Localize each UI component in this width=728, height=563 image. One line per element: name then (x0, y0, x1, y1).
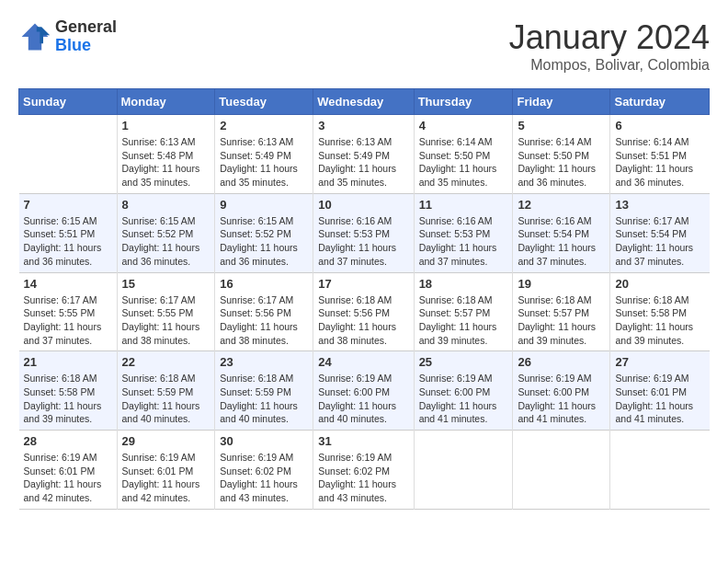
calendar-cell: 4Sunrise: 6:14 AMSunset: 5:50 PMDaylight… (414, 115, 513, 194)
calendar-week-row: 28Sunrise: 6:19 AMSunset: 6:01 PMDayligh… (19, 431, 710, 510)
day-info: Sunrise: 6:16 AMSunset: 5:53 PMDaylight:… (318, 214, 408, 269)
day-info: Sunrise: 6:15 AMSunset: 5:52 PMDaylight:… (122, 214, 210, 269)
calendar-cell: 11Sunrise: 6:16 AMSunset: 5:53 PMDayligh… (414, 193, 513, 272)
calendar-week-row: 21Sunrise: 6:18 AMSunset: 5:58 PMDayligh… (19, 351, 710, 431)
logo-text: General Blue (55, 18, 117, 55)
day-number: 2 (220, 119, 308, 132)
day-info: Sunrise: 6:18 AMSunset: 5:59 PMDaylight:… (220, 372, 308, 426)
svg-marker-0 (22, 23, 49, 50)
weekday-header: Wednesday (313, 89, 414, 115)
day-info: Sunrise: 6:13 AMSunset: 5:48 PMDaylight:… (122, 135, 210, 190)
day-number: 17 (318, 277, 408, 291)
day-info: Sunrise: 6:16 AMSunset: 5:54 PMDaylight:… (518, 214, 605, 269)
day-number: 16 (220, 277, 308, 291)
day-number: 31 (318, 434, 408, 448)
day-info: Sunrise: 6:19 AMSunset: 6:00 PMDaylight:… (419, 372, 508, 426)
calendar-cell: 31Sunrise: 6:19 AMSunset: 6:02 PMDayligh… (313, 431, 414, 510)
day-info: Sunrise: 6:18 AMSunset: 5:57 PMDaylight:… (419, 293, 508, 348)
day-info: Sunrise: 6:19 AMSunset: 6:02 PMDaylight:… (318, 451, 408, 505)
day-number: 12 (518, 198, 605, 212)
day-number: 13 (615, 198, 704, 212)
calendar-cell: 24Sunrise: 6:19 AMSunset: 6:00 PMDayligh… (313, 351, 414, 431)
day-info: Sunrise: 6:19 AMSunset: 6:01 PMDaylight:… (122, 451, 210, 505)
calendar-cell: 19Sunrise: 6:18 AMSunset: 5:57 PMDayligh… (513, 272, 610, 351)
page-header: General Blue January 2024 Mompos, Boliva… (18, 18, 710, 74)
day-number: 6 (615, 119, 704, 132)
calendar-cell: 7Sunrise: 6:15 AMSunset: 5:51 PMDaylight… (19, 193, 118, 272)
logo: General Blue (18, 18, 117, 55)
day-number: 4 (419, 119, 508, 132)
month-title: January 2024 (509, 18, 710, 57)
day-number: 24 (318, 355, 408, 369)
day-number: 18 (419, 277, 508, 291)
day-info: Sunrise: 6:13 AMSunset: 5:49 PMDaylight:… (318, 135, 408, 190)
calendar-cell (610, 431, 710, 510)
weekday-header: Saturday (610, 89, 710, 115)
day-number: 14 (24, 277, 112, 291)
day-info: Sunrise: 6:18 AMSunset: 5:58 PMDaylight:… (615, 293, 704, 348)
calendar-cell: 5Sunrise: 6:14 AMSunset: 5:50 PMDaylight… (513, 115, 610, 194)
day-info: Sunrise: 6:15 AMSunset: 5:51 PMDaylight:… (24, 214, 112, 269)
day-number: 21 (24, 355, 112, 369)
day-info: Sunrise: 6:16 AMSunset: 5:53 PMDaylight:… (419, 214, 508, 269)
day-number: 26 (518, 355, 605, 369)
logo-icon (18, 20, 51, 53)
day-number: 8 (122, 198, 210, 212)
calendar-cell: 6Sunrise: 6:14 AMSunset: 5:51 PMDaylight… (610, 115, 710, 194)
weekday-header-row: SundayMondayTuesdayWednesdayThursdayFrid… (19, 89, 710, 115)
calendar-cell: 26Sunrise: 6:19 AMSunset: 6:00 PMDayligh… (513, 351, 610, 431)
day-number: 25 (419, 355, 508, 369)
calendar-table: SundayMondayTuesdayWednesdayThursdayFrid… (18, 88, 710, 510)
day-info: Sunrise: 6:17 AMSunset: 5:56 PMDaylight:… (220, 293, 308, 348)
calendar-cell: 27Sunrise: 6:19 AMSunset: 6:01 PMDayligh… (610, 351, 710, 431)
day-number: 15 (122, 277, 210, 291)
calendar-cell: 29Sunrise: 6:19 AMSunset: 6:01 PMDayligh… (117, 431, 215, 510)
weekday-header: Friday (513, 89, 610, 115)
calendar-week-row: 1Sunrise: 6:13 AMSunset: 5:48 PMDaylight… (19, 115, 710, 194)
day-info: Sunrise: 6:19 AMSunset: 6:01 PMDaylight:… (24, 451, 112, 505)
day-info: Sunrise: 6:19 AMSunset: 6:02 PMDaylight:… (220, 451, 308, 505)
calendar-cell: 16Sunrise: 6:17 AMSunset: 5:56 PMDayligh… (215, 272, 313, 351)
calendar-cell: 30Sunrise: 6:19 AMSunset: 6:02 PMDayligh… (215, 431, 313, 510)
day-number: 1 (122, 119, 210, 132)
day-info: Sunrise: 6:15 AMSunset: 5:52 PMDaylight:… (220, 214, 308, 269)
day-number: 27 (615, 355, 704, 369)
day-number: 30 (220, 434, 308, 448)
day-info: Sunrise: 6:14 AMSunset: 5:50 PMDaylight:… (419, 135, 508, 190)
day-info: Sunrise: 6:17 AMSunset: 5:55 PMDaylight:… (122, 293, 210, 348)
calendar-cell: 14Sunrise: 6:17 AMSunset: 5:55 PMDayligh… (19, 272, 118, 351)
calendar-cell: 9Sunrise: 6:15 AMSunset: 5:52 PMDaylight… (215, 193, 313, 272)
calendar-cell: 28Sunrise: 6:19 AMSunset: 6:01 PMDayligh… (19, 431, 118, 510)
day-info: Sunrise: 6:18 AMSunset: 5:57 PMDaylight:… (518, 293, 605, 348)
day-number: 19 (518, 277, 605, 291)
calendar-cell (19, 115, 118, 194)
day-info: Sunrise: 6:18 AMSunset: 5:59 PMDaylight:… (122, 372, 210, 426)
day-number: 22 (122, 355, 210, 369)
logo-general: General (55, 18, 117, 37)
calendar-cell: 21Sunrise: 6:18 AMSunset: 5:58 PMDayligh… (19, 351, 118, 431)
day-info: Sunrise: 6:18 AMSunset: 5:58 PMDaylight:… (24, 372, 112, 426)
calendar-cell: 10Sunrise: 6:16 AMSunset: 5:53 PMDayligh… (313, 193, 414, 272)
day-info: Sunrise: 6:19 AMSunset: 6:00 PMDaylight:… (318, 372, 408, 426)
calendar-cell: 8Sunrise: 6:15 AMSunset: 5:52 PMDaylight… (117, 193, 215, 272)
day-info: Sunrise: 6:14 AMSunset: 5:51 PMDaylight:… (615, 135, 704, 190)
day-info: Sunrise: 6:14 AMSunset: 5:50 PMDaylight:… (518, 135, 605, 190)
calendar-cell: 12Sunrise: 6:16 AMSunset: 5:54 PMDayligh… (513, 193, 610, 272)
logo-blue: Blue (55, 37, 117, 55)
calendar-cell: 25Sunrise: 6:19 AMSunset: 6:00 PMDayligh… (414, 351, 513, 431)
calendar-cell: 17Sunrise: 6:18 AMSunset: 5:56 PMDayligh… (313, 272, 414, 351)
calendar-cell: 2Sunrise: 6:13 AMSunset: 5:49 PMDaylight… (215, 115, 313, 194)
day-info: Sunrise: 6:19 AMSunset: 6:01 PMDaylight:… (615, 372, 704, 426)
day-number: 20 (615, 277, 704, 291)
calendar-cell: 18Sunrise: 6:18 AMSunset: 5:57 PMDayligh… (414, 272, 513, 351)
day-number: 28 (24, 434, 112, 448)
calendar-cell: 13Sunrise: 6:17 AMSunset: 5:54 PMDayligh… (610, 193, 710, 272)
day-info: Sunrise: 6:13 AMSunset: 5:49 PMDaylight:… (220, 135, 308, 190)
calendar-cell: 20Sunrise: 6:18 AMSunset: 5:58 PMDayligh… (610, 272, 710, 351)
day-info: Sunrise: 6:19 AMSunset: 6:00 PMDaylight:… (518, 372, 605, 426)
calendar-cell: 1Sunrise: 6:13 AMSunset: 5:48 PMDaylight… (117, 115, 215, 194)
title-block: January 2024 Mompos, Bolivar, Colombia (509, 18, 710, 74)
calendar-cell: 3Sunrise: 6:13 AMSunset: 5:49 PMDaylight… (313, 115, 414, 194)
calendar-cell: 23Sunrise: 6:18 AMSunset: 5:59 PMDayligh… (215, 351, 313, 431)
calendar-cell (414, 431, 513, 510)
